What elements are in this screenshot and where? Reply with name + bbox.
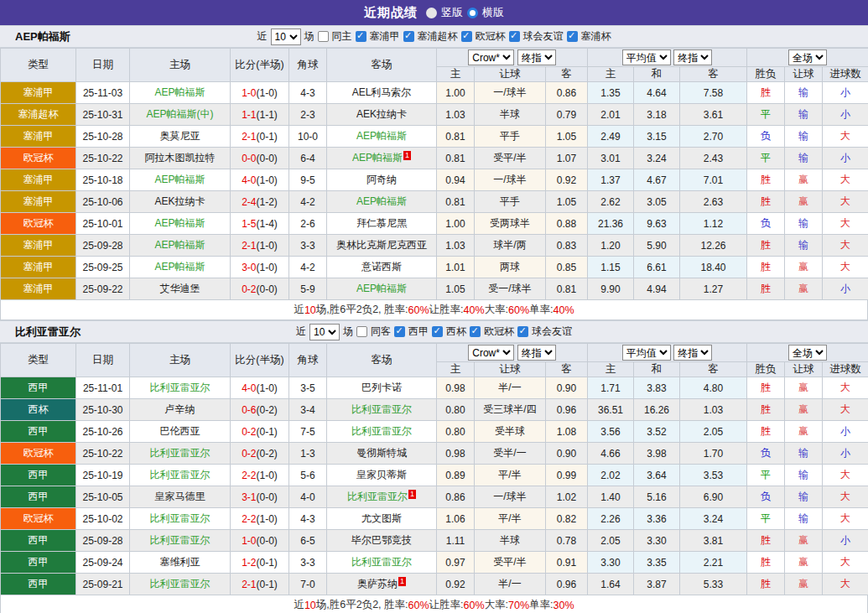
odds-home-cell: 2.02 [588,465,634,486]
half-time-score: (1-0) [257,513,278,525]
away-team-cell: 曼彻斯特城 [327,443,437,465]
away-team-name: AEP帕福斯 [356,195,407,207]
score-cell: 1-0(1-0) [231,82,289,104]
away-team-cell: 奥林比克斯尼克西亚 [327,235,437,257]
page-title: 近期战绩 [364,5,418,21]
odds-away-cell: 3.81 [680,530,747,552]
odds-stage-select[interactable]: 终指 [673,345,712,361]
games-label: 场 [343,325,353,339]
odds-draw-cell: 4.64 [634,82,680,104]
result-handicap-cell: 输 [785,443,823,465]
result-goals-cell: 大 [823,574,868,595]
league-checkbox[interactable] [517,326,528,337]
same-venue-label: 同主 [332,29,352,44]
league-checkbox[interactable] [403,31,414,42]
away-team-name: AEL利马索尔 [352,86,412,98]
league-checkbox[interactable] [356,31,366,42]
league-checkbox[interactable] [470,326,481,337]
away-team-cell: 毕尔巴鄂竞技 [327,530,437,552]
europe-odds-group-header: 平均值 终指 [588,344,747,362]
handicap-provider-select[interactable]: Crow* [468,345,514,361]
column-header-ah-away: 客 [546,67,588,82]
full-time-score: 4-0 [242,174,256,186]
date-cell: 25-10-01 [76,213,130,235]
league-badge-cell: 西甲 [1,421,76,443]
odds-away-cell: 2.63 [680,191,747,213]
full-time-score: 2-1 [242,240,256,252]
handicap-away-odds-cell: 1.02 [546,486,588,508]
odds-provider-select[interactable]: 平均值 [622,49,671,65]
home-team-cell: AEK拉纳卡 [130,191,231,213]
vertical-layout-radio[interactable] [426,8,437,18]
date-cell: 25-09-28 [76,235,130,257]
odds-home-cell: 1.64 [588,574,634,595]
handicap-line-cell: 受半球 [475,421,546,443]
score-cell: 1-0(0-0) [231,530,289,552]
league-badge-cell: 西甲 [1,465,76,486]
date-cell: 25-09-21 [76,574,130,595]
home-team-cell: AEP帕福斯 [130,235,231,257]
summary-text: 让胜率: [429,598,464,612]
league-badge-cell: 塞浦甲 [1,257,76,278]
league-checkbox[interactable] [461,31,472,42]
league-checkbox[interactable] [394,326,405,337]
handicap-away-odds-cell: 1.05 [546,191,588,213]
result-scope-select[interactable]: 全场 [788,49,827,65]
summary-stat-value: 60% [408,304,429,316]
odds-stage-select[interactable]: 终指 [673,49,712,65]
home-team-name: 奥莫尼亚 [160,130,200,142]
league-badge-cell: 西甲 [1,486,76,508]
summary-text: 让胜率: [429,303,464,317]
column-header-res-goals: 进球数 [823,362,868,377]
result-goals-cell: 小 [823,421,868,443]
result-goals-cell: 大 [823,169,868,191]
handicap-odds-group-header: Crow* 终指 [437,344,588,362]
summary-text: 场,胜6平2负2, 胜率: [316,303,408,317]
match-row: 塞浦甲25-10-28奥莫尼亚2-1(0-1)10-0AEP帕福斯0.81平手1… [1,126,868,148]
handicap-away-odds-cell: 1.08 [546,421,588,443]
league-checkbox[interactable] [509,31,520,42]
full-time-score: 1-1 [242,109,256,121]
score-cell: 2-2(1-0) [231,465,289,486]
handicap-line-cell: 受两球半 [475,213,546,235]
handicap-home-odds-cell: 1.03 [437,104,475,126]
handicap-stage-select[interactable]: 终指 [517,345,556,361]
corner-cell: 4-3 [289,508,327,530]
league-checkbox[interactable] [567,31,578,42]
same-venue-checkbox[interactable] [356,326,367,337]
column-header-col-score: 比分(半场) [231,49,289,82]
result-scope-select[interactable]: 全场 [788,345,827,361]
recent-count-select[interactable]: 10 [309,324,340,340]
horizontal-layout-radio[interactable] [467,8,478,18]
result-handicap-cell: 输 [785,465,823,486]
result-goals-cell: 小 [823,530,868,552]
corner-cell: 1-3 [289,443,327,465]
half-time-score: (1-0) [257,240,278,252]
same-venue-checkbox[interactable] [318,31,329,42]
odds-draw-cell: 3.87 [634,574,680,595]
result-handicap-cell: 输 [785,235,823,257]
result-wdl-cell: 胜 [747,191,785,213]
result-handicap-cell: 赢 [785,257,823,278]
match-row: 西甲25-10-05皇家马德里3-1(0-0)4-0比利亚雷亚尔10.86一/球… [1,486,868,508]
recent-count-select[interactable]: 10 [271,29,301,45]
filter-controls: 近10场同客西甲西杯欧冠杯球会友谊 [296,324,572,340]
half-time-score: (1-0) [257,87,278,99]
result-goals-cell: 大 [823,552,868,574]
half-time-score: (0-1) [257,426,278,438]
result-wdl-cell: 平 [747,508,785,530]
column-header-od-away: 客 [680,67,747,82]
result-handicap-cell: 赢 [785,530,823,552]
odds-home-cell: 2.49 [588,126,634,148]
result-goals-cell: 小 [823,278,868,300]
full-time-score: 2-1 [242,579,256,590]
away-team-name: 尤文图斯 [361,512,402,524]
league-checkbox[interactable] [432,326,443,337]
red-card-mark: 1 [408,490,416,499]
odds-away-cell: 2.05 [680,421,747,443]
handicap-stage-select[interactable]: 终指 [517,49,556,65]
odds-provider-select[interactable]: 平均值 [622,345,671,361]
score-cell: 2-1(0-1) [231,574,289,595]
handicap-provider-select[interactable]: Crow* [468,49,514,65]
odds-home-cell: 2.26 [588,508,634,530]
